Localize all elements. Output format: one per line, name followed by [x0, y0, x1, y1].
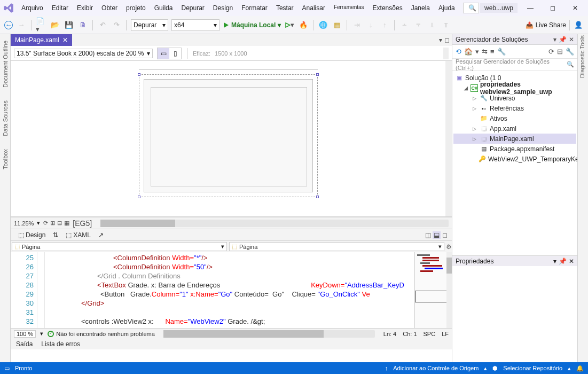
tool1-icon[interactable]: ▦	[332, 20, 342, 30]
expander-icon[interactable]: ▷	[473, 126, 478, 131]
orientation-toggle[interactable]: ▭ ▯	[157, 48, 182, 59]
platform-dropdown[interactable]: x64▾	[171, 19, 219, 31]
layout3-icon[interactable]: ◻	[442, 231, 448, 239]
step-out-icon[interactable]: ↑	[379, 20, 390, 30]
bell-icon[interactable]: 🔔	[576, 365, 584, 372]
undo-icon[interactable]: ↶	[97, 20, 108, 30]
device-select-dropdown[interactable]: 13.5" Surface Book x 2000) escala de 200…	[14, 49, 153, 58]
se-refresh-icon[interactable]: ⟳	[548, 48, 554, 56]
se-props-icon[interactable]: 🔧	[566, 48, 574, 56]
menu-editar[interactable]: Editar	[49, 3, 72, 13]
expander-icon[interactable]: ▷	[473, 136, 478, 142]
editor-zoom-dropdown[interactable]: 100 %	[14, 330, 36, 338]
panel-dropdown-icon[interactable]: ▾	[553, 36, 556, 43]
menu-testar[interactable]: Testar	[273, 3, 297, 13]
title-search-box[interactable]: 🔍	[463, 3, 479, 13]
panel-close-icon[interactable]: ✕	[569, 36, 574, 43]
back-icon[interactable]: ←	[4, 21, 13, 29]
portrait-icon[interactable]: ▯	[169, 48, 181, 59]
align2-icon[interactable]: ⫧	[413, 20, 424, 30]
split-design-tab[interactable]: ⬚Design	[15, 231, 49, 239]
align1-icon[interactable]: ⫨	[399, 20, 410, 30]
scope-dropdown-1[interactable]: ⬚Página▾	[12, 242, 227, 251]
se-back-icon[interactable]: ⟲	[456, 48, 461, 56]
menu-ajuda[interactable]: Ajuda	[435, 3, 458, 13]
zoom-value[interactable]: 11.25%	[14, 220, 34, 227]
menu-exibir[interactable]: Exibir	[74, 3, 96, 13]
settings-icon[interactable]: ⚙	[445, 243, 452, 251]
status-adicionar[interactable]: Adicionar ao Controle de Origem	[393, 365, 479, 371]
popout-icon[interactable]: ↗	[98, 231, 104, 239]
status-selecionar[interactable]: Selecionar Repositório	[503, 365, 562, 371]
expander-icon[interactable]: ◢	[464, 85, 468, 91]
solution-search[interactable]: Pesquisar Gerenciador de Soluções (Ctrl+…	[452, 59, 577, 71]
account-icon[interactable]: 👤	[573, 20, 584, 30]
solution-tree[interactable]: ▣Solução (1 0 ◢C#propriedades webview2_s…	[452, 71, 577, 255]
menu-obter[interactable]: Obter	[98, 3, 121, 13]
se-filter-icon[interactable]: ≡	[490, 48, 495, 56]
forward-icon[interactable]: →	[16, 20, 27, 30]
align3-icon[interactable]: ⫫	[427, 20, 437, 30]
browse-icon[interactable]: 🌐	[318, 20, 328, 30]
docbar-dropdown-icon[interactable]: ▾	[439, 36, 442, 44]
tab-document-outline[interactable]: Document Outline	[1, 40, 10, 89]
code-minimap[interactable]	[414, 252, 452, 328]
tab-mainpage-xaml[interactable]: MainPage.xaml ✕	[11, 34, 72, 46]
panel-dropdown-icon[interactable]: ▾	[553, 258, 556, 265]
se-home-icon[interactable]: 🏠	[464, 48, 473, 56]
tab-diagnostic-tools[interactable]: Diagnostic Tools	[578, 34, 586, 83]
tab-data-sources[interactable]: Data Sources	[1, 99, 10, 137]
swap-icon[interactable]: ⇅	[53, 231, 58, 239]
tab-lista-erros[interactable]: Lista de erros	[41, 340, 80, 348]
tree-referencias[interactable]: ▷▪▫Referências	[453, 103, 576, 113]
tree-ativos[interactable]: ▷📁Ativos	[453, 113, 576, 123]
scope-dropdown-2[interactable]: ⬚Página▾	[229, 242, 444, 251]
close-tab-icon[interactable]: ✕	[62, 36, 68, 44]
code-vscroll[interactable]	[446, 252, 452, 328]
menu-analisar[interactable]: Analisar	[299, 3, 328, 13]
se-collapse-icon[interactable]: ⊟	[557, 48, 563, 56]
tree-app-xaml[interactable]: ▷⬚App.xaml	[453, 123, 576, 134]
spc-label[interactable]: SPC	[424, 331, 436, 337]
new-project-icon[interactable]: 📄▾	[36, 20, 46, 30]
hscroll-code[interactable]	[163, 330, 375, 338]
menu-janela[interactable]: Janela	[408, 3, 433, 13]
menu-projeto[interactable]: projeto	[123, 3, 149, 13]
redo-icon[interactable]: ↷	[111, 20, 122, 30]
se-tool-icon[interactable]: 🔧	[497, 48, 506, 56]
menu-design[interactable]: Design	[210, 3, 236, 13]
step-into-icon[interactable]: ↓	[365, 20, 376, 30]
pin-icon[interactable]: 📌	[559, 36, 567, 43]
tab-saida[interactable]: Saída	[16, 340, 33, 348]
window-maximize-button[interactable]: ◻	[543, 1, 562, 15]
vscroll-designer[interactable]	[445, 61, 452, 216]
landscape-icon[interactable]: ▭	[158, 48, 169, 59]
code-content[interactable]: <ColumnDefinition Width="*"/> <ColumnDef…	[45, 252, 414, 328]
refresh-icon[interactable]: ⟳	[43, 220, 48, 227]
step-over-icon[interactable]: ⇥	[351, 20, 362, 30]
layout1-icon[interactable]: ◫	[425, 231, 431, 239]
config-dropdown[interactable]: Depurar▾	[131, 19, 168, 31]
window-minimize-button[interactable]: —	[521, 1, 540, 15]
tab-toolbox[interactable]: Toolbox	[1, 148, 10, 170]
se-sync-icon[interactable]: ⇆	[482, 48, 488, 56]
menu-extensoes[interactable]: Extensões	[370, 3, 406, 13]
lf-label[interactable]: LF	[442, 331, 449, 337]
save-all-icon[interactable]: 🗎	[77, 20, 88, 30]
menu-depurar[interactable]: Depurar	[178, 3, 207, 13]
menu-ferramentas[interactable]: Ferramentas	[331, 3, 367, 13]
hscroll-designer[interactable]	[100, 220, 449, 227]
pin-icon[interactable]: 📌	[559, 258, 567, 265]
tree-package-manifest[interactable]: ▷▤Package.appxmanifest	[453, 144, 576, 154]
expander-icon[interactable]: ▷	[473, 106, 478, 111]
vscroll-designer-top[interactable]	[443, 48, 449, 59]
grid2-icon[interactable]: ⊟	[57, 220, 62, 227]
grid-icon[interactable]: ⊞	[50, 220, 55, 227]
tree-tempkey[interactable]: ▷🔑WebView2_UWP_TemporaryKey	[453, 154, 576, 164]
window-close-button[interactable]: ✕	[566, 1, 585, 15]
run-button[interactable]: Máquina Local▾	[223, 21, 281, 29]
tree-project[interactable]: ◢C#propriedades webview2_sample_uwp	[453, 83, 576, 93]
fold-gutter[interactable]	[37, 252, 45, 328]
menu-formatar[interactable]: Formatar	[238, 3, 271, 13]
panel-close-icon[interactable]: ✕	[569, 258, 574, 265]
